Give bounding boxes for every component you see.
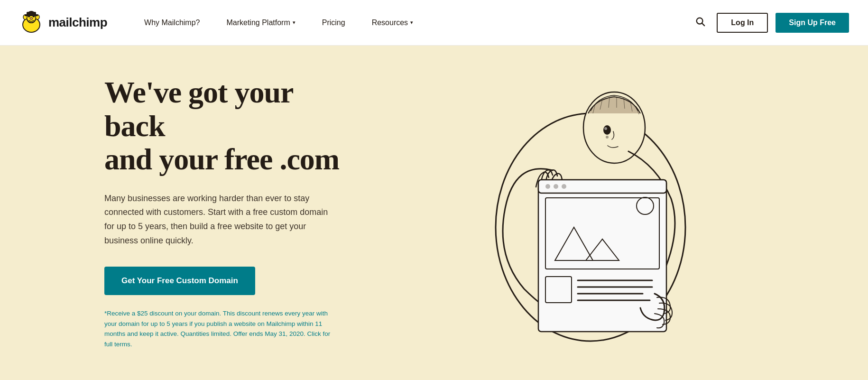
nav-resources[interactable]: Resources ▾ <box>359 0 426 46</box>
svg-point-27 <box>545 184 550 189</box>
signup-button[interactable]: Sign Up Free <box>776 13 849 33</box>
svg-point-23 <box>604 127 607 130</box>
hero-illustration-svg <box>467 75 714 351</box>
svg-line-12 <box>702 23 704 26</box>
svg-point-29 <box>562 184 566 189</box>
svg-point-24 <box>606 136 609 139</box>
svg-rect-10 <box>25 14 38 16</box>
hero-disclaimer: *Receive a $25 discount on your domain. … <box>104 308 337 349</box>
hero-title: We've got your back and your free .com <box>104 76 351 176</box>
marketing-platform-chevron-icon: ▾ <box>293 19 295 26</box>
hero-description: Many businesses are working harder than … <box>104 192 332 248</box>
svg-point-28 <box>554 184 558 189</box>
hero-illustration <box>351 75 868 351</box>
search-button[interactable] <box>691 12 709 33</box>
logo-link[interactable]: mailchimp <box>19 10 107 35</box>
mailchimp-logo-icon <box>19 10 44 35</box>
hero-content: We've got your back and your free .com M… <box>0 76 351 349</box>
resources-chevron-icon: ▾ <box>410 19 413 26</box>
logo-text: mailchimp <box>48 15 107 30</box>
nav-why-mailchimp[interactable]: Why Mailchimp? <box>131 0 213 46</box>
svg-point-22 <box>603 125 611 135</box>
nav-pricing[interactable]: Pricing <box>309 0 359 46</box>
cta-button[interactable]: Get Your Free Custom Domain <box>104 267 255 295</box>
nav-marketing-platform[interactable]: Marketing Platform ▾ <box>213 0 308 46</box>
svg-point-8 <box>30 18 33 19</box>
nav-links: Why Mailchimp? Marketing Platform ▾ Pric… <box>131 0 691 46</box>
navbar: mailchimp Why Mailchimp? Marketing Platf… <box>0 0 868 46</box>
hero-section: We've got your back and your free .com M… <box>0 46 868 380</box>
search-icon <box>695 16 705 27</box>
login-button[interactable]: Log In <box>717 13 768 33</box>
navbar-actions: Log In Sign Up Free <box>691 12 849 33</box>
